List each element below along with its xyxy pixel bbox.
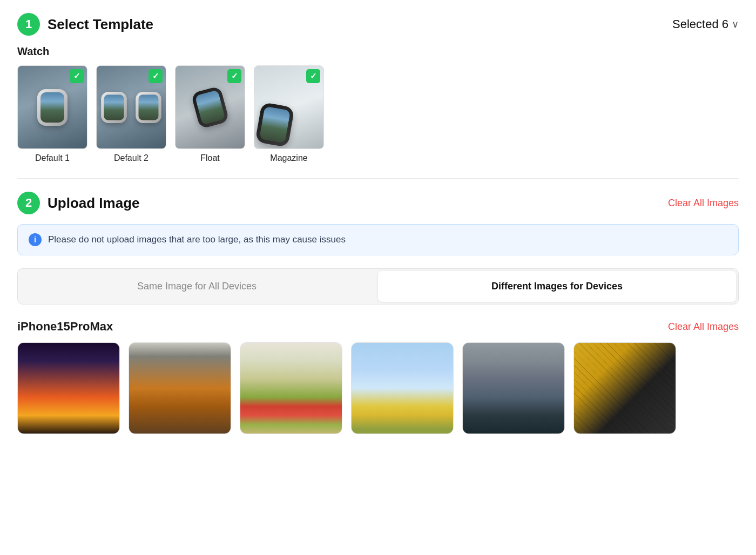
upload-image-header: 2 Upload Image Clear All Images: [17, 192, 739, 214]
template-item-default2[interactable]: ✓ Default 2: [96, 65, 166, 163]
watch-screen-default2b: [138, 94, 158, 120]
device-section-iphone: iPhone15ProMax Clear All Images: [17, 320, 739, 434]
template-thumb-float: ✓: [175, 65, 245, 149]
image-slot-2[interactable]: [129, 342, 231, 434]
image-flowers: [240, 343, 342, 434]
check-badge-float: ✓: [227, 69, 241, 83]
check-icon-default1: ✓: [73, 71, 80, 81]
template-name-default1: Default 1: [35, 153, 70, 163]
upload-image-section: 2 Upload Image Clear All Images i Please…: [17, 192, 739, 434]
upload-title-group: 2 Upload Image: [17, 192, 139, 214]
select-template-title: Select Template: [48, 16, 153, 33]
watch-body-float: [191, 85, 230, 128]
template-item-float[interactable]: ✓ Float: [175, 65, 245, 163]
upload-image-title: Upload Image: [48, 195, 139, 212]
template-grid: ✓ Default 1 ✓ Default 2: [17, 65, 739, 163]
template-name-float: Float: [200, 153, 220, 163]
image-slot-5[interactable]: [462, 342, 565, 434]
watch-body-default1: [37, 89, 68, 126]
check-badge-default1: ✓: [70, 69, 84, 83]
template-thumb-default2: ✓: [96, 65, 166, 149]
template-thumb-magazine: ✓: [254, 65, 324, 149]
device-title: iPhone15ProMax: [17, 320, 113, 334]
watch-screen-mountain-default1: [40, 92, 64, 123]
image-slot-1[interactable]: [17, 342, 120, 434]
section-divider: [17, 178, 739, 179]
info-icon: i: [29, 233, 42, 246]
device-header: iPhone15ProMax Clear All Images: [17, 320, 739, 334]
step-2-badge: 2: [17, 192, 40, 214]
template-thumb-default1: ✓: [17, 65, 87, 149]
check-badge-magazine: ✓: [306, 69, 320, 83]
template-item-default1[interactable]: ✓ Default 1: [17, 65, 87, 163]
check-badge-default2: ✓: [148, 69, 163, 83]
image-slot-4[interactable]: [351, 342, 454, 434]
watch-body-magazine: [255, 102, 295, 147]
chevron-down-icon: ∨: [732, 18, 739, 30]
clear-all-images-button-top[interactable]: Clear All Images: [668, 198, 739, 209]
watch-screen-default1: [40, 92, 64, 123]
watch-body-default2b: [136, 92, 161, 123]
image-sunset: [18, 343, 119, 434]
watch-body-default2a: [101, 92, 127, 123]
check-icon-magazine: ✓: [310, 71, 317, 81]
template-item-magazine[interactable]: ✓ Magazine: [254, 65, 324, 163]
image-slot-3[interactable]: [240, 342, 342, 434]
select-template-header: 1 Select Template Selected 6 ∨: [17, 13, 739, 36]
tab-same-image[interactable]: Same Image for All Devices: [18, 269, 376, 304]
image-geometric: [574, 343, 676, 434]
watch-category-label: Watch: [17, 45, 739, 58]
image-mode-toggle: Same Image for All Devices Different Ima…: [17, 268, 739, 304]
clear-all-images-button-device[interactable]: Clear All Images: [668, 321, 739, 333]
info-banner: i Please do not upload images that are t…: [17, 224, 739, 255]
watch-screen-default2a: [104, 94, 124, 120]
check-icon-default2: ✓: [152, 71, 159, 81]
check-icon-float: ✓: [231, 71, 238, 81]
info-message: Please do not upload images that are too…: [48, 234, 346, 245]
watch-screen-magazine: [259, 106, 291, 143]
selected-count-label: Selected 6: [672, 17, 728, 31]
selected-count[interactable]: Selected 6 ∨: [672, 17, 739, 31]
select-template-title-group: 1 Select Template: [17, 13, 153, 36]
image-slot-6[interactable]: [573, 342, 676, 434]
image-grid: [17, 342, 739, 434]
image-foggy-forest: [463, 343, 564, 434]
watch-screen-float: [195, 90, 226, 125]
image-sky-flowers: [352, 343, 453, 434]
template-name-magazine: Magazine: [270, 153, 307, 163]
template-name-default2: Default 2: [114, 153, 148, 163]
tab-different-images[interactable]: Different Images for Devices: [378, 271, 736, 302]
step-1-badge: 1: [17, 13, 40, 36]
image-autumn-forest: [129, 343, 231, 434]
